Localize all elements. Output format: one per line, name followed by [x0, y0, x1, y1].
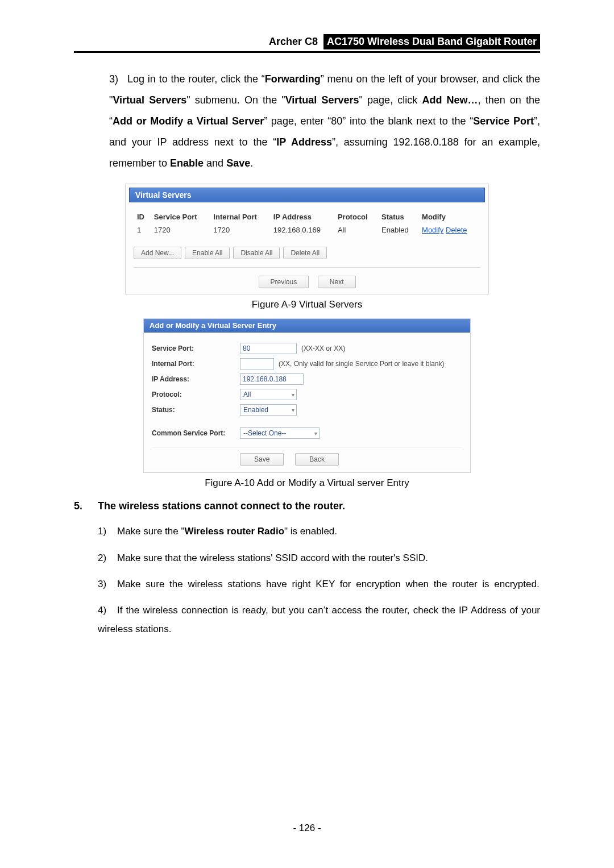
section-title: The wireless stations cannot connect to … — [98, 500, 345, 512]
step-3-paragraph: 3)Log in to the router, click the “Forwa… — [109, 69, 540, 173]
table-row: 1 1720 1720 192.168.0.169 All Enabled Mo… — [134, 223, 480, 236]
add-modify-panel: Add or Modify a Virtual Server Entry Ser… — [143, 318, 471, 473]
chevron-down-icon: ▾ — [314, 430, 317, 437]
header-divider — [74, 51, 540, 53]
virtual-servers-table: ID Service Port Internal Port IP Address… — [134, 210, 480, 236]
cell-internal-port: 1720 — [210, 223, 269, 236]
service-port-input[interactable] — [240, 343, 297, 354]
col-service-port: Service Port — [151, 210, 210, 223]
divider — [152, 447, 462, 447]
col-modify: Modify — [418, 210, 480, 223]
cell-protocol: All — [334, 223, 378, 236]
col-protocol: Protocol — [334, 210, 378, 223]
list-item: 2)Make sure that the wireless stations' … — [98, 549, 540, 567]
item-number: 2) — [98, 549, 117, 567]
label-status: Status: — [152, 406, 240, 414]
internal-port-input[interactable] — [240, 358, 274, 369]
col-status: Status — [378, 210, 418, 223]
col-internal-port: Internal Port — [210, 210, 269, 223]
status-value: Enabled — [243, 406, 268, 414]
virtual-servers-panel: Virtual Servers ID Service Port Internal… — [125, 184, 489, 294]
label-protocol: Protocol: — [152, 391, 240, 398]
doc-header: Archer C8 AC1750 Wireless Dual Band Giga… — [74, 34, 540, 49]
internal-port-hint: (XX, Only valid for single Service Port … — [279, 360, 444, 368]
delete-link[interactable]: Delete — [446, 226, 467, 234]
chevron-down-icon: ▾ — [292, 407, 294, 413]
panel-title: Virtual Servers — [129, 188, 485, 202]
cell-id: 1 — [134, 223, 151, 236]
disable-all-button[interactable]: Disable All — [233, 247, 280, 259]
save-button[interactable]: Save — [240, 453, 284, 466]
common-service-port-value: --Select One-- — [243, 429, 286, 437]
label-common-service-port: Common Service Port: — [152, 429, 240, 437]
col-id: ID — [134, 210, 151, 223]
ip-address-input[interactable] — [240, 373, 304, 385]
modify-link[interactable]: Modify — [422, 226, 443, 234]
label-service-port: Service Port: — [152, 344, 240, 352]
protocol-select[interactable]: All ▾ — [240, 389, 297, 400]
cell-status: Enabled — [378, 223, 418, 236]
previous-button[interactable]: Previous — [259, 276, 309, 288]
table-header-row: ID Service Port Internal Port IP Address… — [134, 210, 480, 223]
item-number: 1) — [98, 522, 117, 541]
next-button[interactable]: Next — [318, 276, 356, 288]
item-number: 3) — [98, 575, 117, 593]
col-ip-address: IP Address — [270, 210, 334, 223]
delete-all-button[interactable]: Delete All — [283, 247, 327, 259]
section-5-heading: 5.The wireless stations cannot connect t… — [74, 500, 540, 512]
model-label: Archer C8 — [269, 36, 318, 48]
list-item: 1)Make sure the "Wireless router Radio" … — [98, 522, 540, 541]
figure-caption-a10: Figure A-10 Add or Modify a Virtual serv… — [74, 477, 540, 489]
list-item: 3)Make sure the wireless stations have r… — [98, 575, 540, 593]
step-number: 3) — [109, 69, 127, 90]
cell-ip: 192.168.0.169 — [270, 223, 334, 236]
status-select[interactable]: Enabled ▾ — [240, 404, 297, 416]
panel-title: Add or Modify a Virtual Server Entry — [144, 319, 470, 333]
section-number: 5. — [74, 500, 98, 512]
figure-caption-a9: Figure A-9 Virtual Servers — [74, 299, 540, 310]
common-service-port-select[interactable]: --Select One-- ▾ — [240, 427, 320, 439]
divider — [134, 267, 480, 268]
back-button[interactable]: Back — [295, 453, 339, 466]
protocol-value: All — [243, 391, 251, 398]
list-item: 4)If the wireless connection is ready, b… — [98, 601, 540, 638]
item-number: 4) — [98, 601, 117, 620]
label-ip-address: IP Address: — [152, 375, 240, 383]
page-number: - 126 - — [0, 823, 614, 834]
product-title: AC1750 Wireless Dual Band Gigabit Router — [323, 34, 540, 49]
chevron-down-icon: ▾ — [292, 392, 294, 398]
add-new-button[interactable]: Add New... — [134, 247, 181, 259]
enable-all-button[interactable]: Enable All — [185, 247, 230, 259]
label-internal-port: Internal Port: — [152, 360, 240, 368]
cell-service-port: 1720 — [151, 223, 210, 236]
service-port-hint: (XX-XX or XX) — [301, 344, 345, 352]
